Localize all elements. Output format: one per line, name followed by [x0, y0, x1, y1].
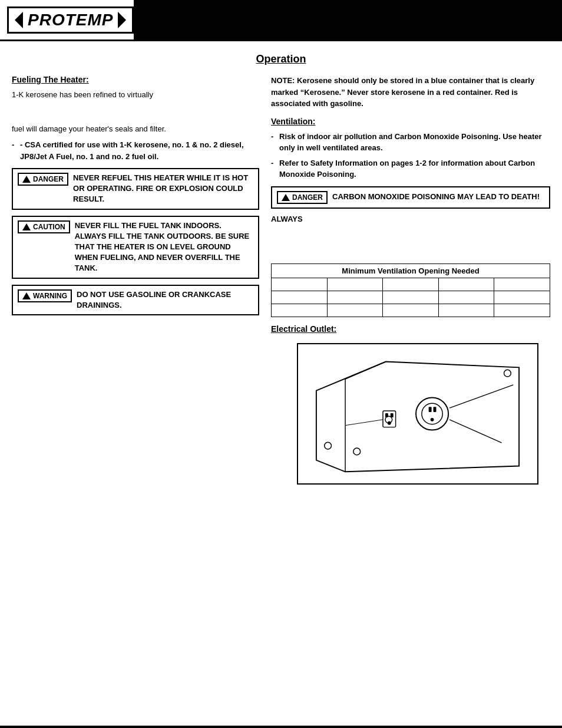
warning-text: DO NOT USE GASOLINE OR CRANKCASE DRAININ… — [77, 289, 253, 311]
electrical-section: Electrical Outlet: — [271, 324, 550, 334]
svg-rect-10 — [434, 407, 437, 412]
danger-triangle-co — [282, 194, 290, 201]
table-cell — [327, 304, 383, 317]
svg-point-11 — [431, 417, 434, 421]
logo-text-label: PROTEMP — [28, 11, 113, 29]
danger-label-text-refuel: DANGER — [33, 175, 64, 183]
always-text: ALWAYS — [271, 215, 550, 223]
svg-point-15 — [388, 421, 391, 424]
warning-box: WARNING DO NOT USE GASOLINE OR CRANKCASE… — [12, 285, 259, 315]
footer-line — [0, 726, 562, 728]
table-cell — [438, 278, 494, 291]
svg-line-16 — [449, 384, 513, 407]
electrical-heading: Electrical Outlet: — [271, 324, 550, 334]
header-black-bar — [135, 0, 562, 39]
caution-header: CAUTION NEVER FILL THE FUEL TANK INDOORS… — [18, 220, 253, 274]
header: PROTEMP — [0, 0, 562, 41]
svg-point-7 — [416, 397, 448, 430]
right-column: NOTE: Kerosene should only be stored in … — [271, 75, 550, 485]
table-row — [272, 278, 550, 291]
fueling-intro-text: 1-K kerosene has been refined to virtual… — [12, 89, 259, 101]
caution-label: CAUTION — [18, 220, 70, 233]
vent-table — [271, 278, 550, 317]
logo-chevron-left — [15, 12, 23, 28]
danger-header-refuel: DANGER NEVER REFUEL THIS HEATER WHILE IT… — [18, 173, 253, 205]
fueling-seal-text: fuel will damage your heater's seals and… — [12, 123, 259, 135]
danger-label-refuel: DANGER — [18, 173, 68, 186]
table-cell — [383, 291, 439, 304]
danger-text-refuel: NEVER REFUEL THIS HEATER WHILE IT IS HOT… — [73, 173, 253, 205]
danger-text-co: CARBON MONOXIDE POISONING MAY LEAD TO DE… — [332, 192, 540, 202]
svg-point-5 — [353, 448, 361, 455]
csa-bullet-item: - CSA certified for use with 1-K kerosen… — [12, 139, 259, 162]
svg-line-2 — [345, 361, 386, 379]
danger-label-text-co: DANGER — [292, 193, 323, 202]
table-cell — [438, 291, 494, 304]
page-title: Operation — [12, 53, 550, 65]
logo-chevron-right — [118, 12, 126, 28]
svg-rect-14 — [391, 413, 394, 417]
table-row — [272, 291, 550, 304]
table-cell — [327, 278, 383, 291]
svg-line-17 — [449, 419, 502, 442]
vent-table-title: Minimum Ventilation Opening Needed — [271, 263, 550, 278]
table-cell — [272, 291, 328, 304]
fueling-heading: Fueling The Heater: — [12, 75, 259, 84]
svg-point-3 — [504, 370, 511, 377]
two-column-layout: Fueling The Heater: 1-K kerosene has bee… — [12, 75, 550, 485]
kerosene-note: NOTE: Kerosene should only be stored in … — [271, 75, 550, 110]
svg-rect-13 — [385, 413, 388, 417]
table-cell — [327, 291, 383, 304]
logo: PROTEMP — [7, 6, 134, 34]
diagram-svg — [298, 344, 537, 483]
page: PROTEMP Operation Fueling The Heater: 1-… — [0, 0, 562, 728]
table-cell — [494, 278, 550, 291]
caution-text: NEVER FILL THE FUEL TANK INDOORS. ALWAYS… — [75, 220, 253, 274]
danger-box-co: DANGER CARBON MONOXIDE POISONING MAY LEA… — [271, 186, 550, 209]
table-cell — [272, 278, 328, 291]
caution-label-text: CAUTION — [33, 223, 65, 231]
table-cell — [494, 304, 550, 317]
caution-box: CAUTION NEVER FILL THE FUEL TANK INDOORS… — [12, 216, 259, 279]
warning-label: WARNING — [18, 289, 72, 302]
table-cell — [494, 291, 550, 304]
table-row — [272, 304, 550, 317]
table-cell — [383, 278, 439, 291]
danger-label-co: DANGER — [277, 191, 328, 204]
table-cell — [383, 304, 439, 317]
main-content: Operation Fueling The Heater: 1-K kerose… — [0, 41, 562, 490]
table-cell — [438, 304, 494, 317]
svg-point-4 — [325, 442, 332, 449]
vent-table-wrap: Minimum Ventilation Opening Needed — [271, 263, 550, 317]
warning-label-text: WARNING — [33, 292, 67, 300]
vent-bullet-1: Risk of indoor air pollution and Carbon … — [271, 131, 550, 154]
svg-line-18 — [345, 419, 383, 425]
warning-triangle — [22, 292, 31, 299]
left-column: Fueling The Heater: 1-K kerosene has bee… — [12, 75, 259, 321]
svg-rect-9 — [429, 407, 432, 412]
caution-triangle — [22, 223, 31, 230]
ventilation-bullet-list: Risk of indoor air pollution and Carbon … — [271, 131, 550, 180]
warning-header: WARNING DO NOT USE GASOLINE OR CRANKCASE… — [18, 289, 253, 311]
danger-triangle-refuel — [22, 176, 31, 183]
vent-bullet-2: Refer to Safety Information on pages 1-2… — [271, 157, 550, 180]
csa-bullet-list: - CSA certified for use with 1-K kerosen… — [12, 139, 259, 162]
danger-box-refuel: DANGER NEVER REFUEL THIS HEATER WHILE IT… — [12, 168, 259, 210]
table-cell — [272, 304, 328, 317]
logo-area: PROTEMP — [0, 0, 135, 39]
ventilation-heading: Ventilation: — [271, 117, 550, 126]
electrical-diagram — [297, 343, 538, 485]
